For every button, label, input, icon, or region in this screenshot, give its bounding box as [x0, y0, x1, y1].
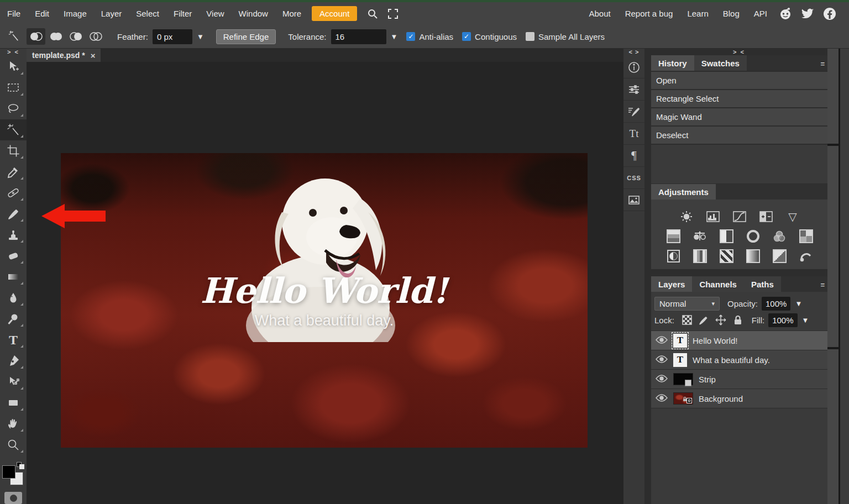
- quick-mask-button[interactable]: [4, 492, 22, 504]
- gradient-map-icon[interactable]: [746, 249, 761, 264]
- search-icon[interactable]: [367, 8, 378, 19]
- facebook-icon[interactable]: [822, 7, 837, 21]
- document-tab[interactable]: template.psd * ×: [27, 49, 101, 62]
- dodge-tool[interactable]: [0, 308, 27, 329]
- lock-position-icon[interactable]: [715, 314, 727, 326]
- tab-paths[interactable]: Paths: [744, 276, 781, 292]
- photo-filter-icon[interactable]: [746, 229, 761, 244]
- opacity-input[interactable]: 100%: [762, 297, 790, 311]
- gradient-tool[interactable]: [0, 266, 27, 287]
- canvas-document[interactable]: Hello World! What a beautiful day.: [61, 153, 588, 448]
- lock-pixels-icon[interactable]: [698, 314, 709, 326]
- refine-edge-button[interactable]: Refine Edge: [216, 29, 276, 44]
- shape-tool[interactable]: [0, 392, 27, 413]
- zoom-tool[interactable]: [0, 434, 27, 455]
- type-tool[interactable]: T: [0, 329, 27, 350]
- hue-saturation-icon[interactable]: [666, 229, 681, 244]
- crop-tool[interactable]: [0, 140, 27, 161]
- sample-all-layers-checkbox[interactable]: Sample All Layers: [526, 32, 605, 41]
- foreground-color-swatch[interactable]: [2, 465, 15, 479]
- tab-adjustments[interactable]: Adjustments: [651, 184, 716, 200]
- brush-settings-icon[interactable]: [623, 101, 644, 123]
- tab-swatches[interactable]: Swatches: [694, 55, 747, 71]
- color-balance-icon[interactable]: [693, 229, 708, 244]
- eyedropper-tool[interactable]: [0, 161, 27, 182]
- visibility-eye-icon[interactable]: [656, 355, 668, 365]
- brightness-contrast-icon[interactable]: [679, 209, 694, 224]
- history-item-magic-wand[interactable]: Magic Wand: [651, 108, 828, 125]
- link-report-a-bug[interactable]: Report a bug: [618, 9, 680, 18]
- link-api[interactable]: API: [747, 9, 774, 18]
- toolbar-collapse-toggle[interactable]: > <: [0, 49, 27, 56]
- layer-row-what-a-beautiful-day[interactable]: T What a beautiful day.: [651, 350, 828, 369]
- add-selection-mode-button[interactable]: [46, 28, 65, 45]
- curves-icon[interactable]: [732, 209, 747, 224]
- invert-icon[interactable]: [666, 249, 681, 264]
- spot-heal-tool[interactable]: [0, 182, 27, 203]
- panel-scrollbar[interactable]: [827, 49, 838, 504]
- history-item-rectangle-select[interactable]: Rectangle Select: [651, 90, 828, 107]
- black-white-icon[interactable]: [719, 229, 734, 244]
- history-item-open[interactable]: Open: [651, 72, 828, 89]
- twitter-icon[interactable]: [800, 7, 815, 21]
- visibility-eye-icon[interactable]: [656, 375, 668, 384]
- fullscreen-icon[interactable]: [388, 9, 398, 19]
- color-lookup-icon[interactable]: [799, 229, 814, 244]
- menu-filter[interactable]: Filter: [166, 2, 199, 25]
- menu-more[interactable]: More: [275, 2, 308, 25]
- account-button[interactable]: Account: [312, 6, 357, 21]
- character-icon[interactable]: Tt: [623, 123, 644, 145]
- eraser-tool[interactable]: [0, 245, 27, 266]
- posterize-icon[interactable]: [693, 249, 708, 264]
- fill-input[interactable]: 100%: [768, 313, 797, 327]
- dial-icon[interactable]: [799, 249, 814, 264]
- marquee-select-tool[interactable]: [0, 77, 27, 98]
- lasso-tool[interactable]: [0, 98, 27, 119]
- feather-input[interactable]: 0 px: [153, 29, 192, 44]
- hand-tool[interactable]: [0, 413, 27, 434]
- tolerance-dropdown-icon[interactable]: ▼: [391, 33, 398, 41]
- layer-row-strip[interactable]: Strip: [651, 370, 828, 389]
- tab-channels[interactable]: Channels: [692, 276, 744, 292]
- menu-window[interactable]: Window: [232, 2, 275, 25]
- menu-edit[interactable]: Edit: [28, 2, 56, 25]
- default-colors-icon[interactable]: [17, 462, 24, 469]
- magic-wand-tool[interactable]: [0, 119, 27, 140]
- paragraph-icon[interactable]: ¶: [623, 145, 644, 167]
- channel-mixer-icon[interactable]: [772, 229, 787, 244]
- color-swatches[interactable]: [2, 463, 24, 486]
- history-item-deselect[interactable]: Deselect: [651, 127, 828, 144]
- brush-tool[interactable]: [0, 203, 27, 224]
- levels-icon[interactable]: [706, 209, 721, 224]
- new-selection-mode-button[interactable]: [27, 28, 45, 45]
- move-tool[interactable]: [0, 56, 27, 77]
- menu-view[interactable]: View: [199, 2, 231, 25]
- link-blog[interactable]: Blog: [716, 9, 747, 18]
- exposure-icon[interactable]: [759, 209, 774, 224]
- clone-stamp-tool[interactable]: [0, 224, 27, 245]
- blend-mode-select[interactable]: Normal ▾: [654, 297, 720, 311]
- visibility-eye-icon[interactable]: [656, 336, 668, 345]
- fill-dropdown-icon[interactable]: ▼: [802, 316, 809, 324]
- canvas-workspace[interactable]: Hello World! What a beautiful day.: [27, 62, 623, 504]
- contiguous-checkbox[interactable]: ✓ Contiguous: [462, 32, 517, 41]
- lock-transparency-icon[interactable]: [682, 314, 693, 326]
- path-select-tool[interactable]: [0, 371, 27, 392]
- properties-icon[interactable]: [623, 78, 644, 101]
- vibrance-icon[interactable]: ▽: [785, 209, 800, 224]
- css-icon[interactable]: CSS: [623, 167, 644, 189]
- menu-file[interactable]: File: [0, 2, 28, 25]
- subtract-selection-mode-button[interactable]: [66, 28, 85, 45]
- selective-color-icon[interactable]: [772, 249, 787, 264]
- visibility-eye-icon[interactable]: [656, 394, 668, 403]
- pen-tool[interactable]: [0, 350, 27, 371]
- tab-history[interactable]: History: [651, 55, 694, 71]
- info-icon[interactable]: [623, 56, 644, 78]
- tolerance-input[interactable]: 16: [331, 29, 386, 44]
- link-learn[interactable]: Learn: [680, 9, 715, 18]
- panel-menu-icon[interactable]: =: [820, 60, 825, 68]
- layer-row-hello-world[interactable]: T Hello World!: [651, 331, 828, 350]
- tab-layers[interactable]: Layers: [651, 276, 692, 292]
- menu-select[interactable]: Select: [129, 2, 166, 25]
- menu-image[interactable]: Image: [56, 2, 94, 25]
